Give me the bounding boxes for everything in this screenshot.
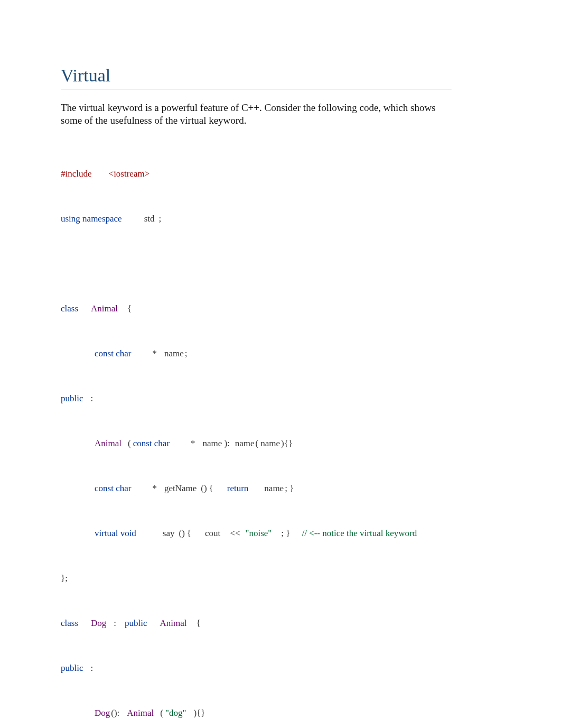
tok-constchar: const char bbox=[95, 348, 131, 358]
tok-star: * bbox=[152, 348, 157, 358]
tok-str: "dog" bbox=[165, 708, 186, 718]
tok-rparen: ): bbox=[224, 438, 229, 448]
tok-rparen: ){} bbox=[193, 708, 205, 718]
tok-base: Animal bbox=[127, 708, 154, 718]
tok-animal: Animal bbox=[91, 303, 118, 314]
tok-using: using namespace bbox=[61, 214, 122, 224]
tok-comment: // <-- notice the virtual keyword bbox=[302, 528, 417, 538]
tok-colon: : bbox=[91, 663, 94, 673]
tok-public: public bbox=[125, 618, 147, 628]
code-block: #include<iostream> using namespacestd; c… bbox=[61, 141, 500, 729]
intro-paragraph: The virtual keyword is a powerful featur… bbox=[61, 102, 441, 127]
tok-initl: ( bbox=[256, 438, 259, 448]
code-line-public: public: bbox=[61, 657, 500, 680]
tok-semi: ; bbox=[185, 348, 188, 358]
tok-base: Animal bbox=[160, 618, 187, 628]
tok-str: "noise" bbox=[246, 528, 272, 538]
code-line-blank bbox=[61, 253, 500, 275]
page-title: Virtual bbox=[61, 66, 500, 86]
tok-class: class bbox=[61, 618, 78, 628]
tok-constchar: const char bbox=[95, 483, 131, 493]
tok-lparen: ( bbox=[160, 708, 163, 718]
tok-star: * bbox=[191, 438, 195, 448]
tok-fn: say bbox=[163, 528, 175, 538]
tok-paren: () bbox=[201, 483, 207, 493]
tok-virtualvoid: virtual void bbox=[95, 528, 136, 538]
code-line-class-dog: classDog:publicAnimal{ bbox=[61, 612, 500, 635]
tok-dog: Dog bbox=[91, 618, 106, 628]
tok-cout: cout bbox=[205, 528, 220, 538]
tok-lbrace: { bbox=[127, 303, 132, 314]
tok-colon: : bbox=[114, 618, 116, 628]
tok-initr: ){} bbox=[281, 438, 293, 448]
code-line-field: const char*name; bbox=[61, 343, 500, 365]
tok-paren: (): bbox=[111, 708, 119, 718]
document-page: Virtual The virtual keyword is a powerfu… bbox=[0, 0, 561, 728]
intro-keyword: virtual bbox=[79, 102, 105, 113]
code-line-getter: const char*getName(){returnname; } bbox=[61, 477, 500, 500]
tok-name: name bbox=[164, 348, 184, 358]
tok-paren: () bbox=[179, 528, 185, 538]
tok-semi: ; bbox=[159, 214, 162, 224]
tok-std: std bbox=[144, 214, 155, 224]
code-line-class-animal: classAnimal{ bbox=[61, 298, 500, 320]
tok-lbrace: { bbox=[197, 618, 201, 628]
code-line-ctor: Animal(const char*name):name(name){} bbox=[61, 432, 500, 455]
tok-star: * bbox=[152, 483, 157, 493]
tok-header: <iostream> bbox=[109, 169, 150, 179]
tok-ctor: Dog bbox=[95, 708, 110, 718]
code-line-include: #include<iostream> bbox=[61, 163, 500, 186]
code-line-say: virtual voidsay(){cout<<"noise"; }// <--… bbox=[61, 522, 500, 545]
heading-rule bbox=[61, 89, 452, 90]
tok-lparen: ( bbox=[128, 438, 131, 448]
tok-public: public bbox=[61, 663, 83, 673]
tok-constchar: const char bbox=[133, 438, 170, 448]
tok-initarg: name bbox=[260, 438, 280, 448]
tok-close: }; bbox=[61, 573, 68, 583]
tok-public: public bbox=[61, 393, 83, 403]
tok-lbrace: { bbox=[187, 528, 191, 538]
intro-text-2: keyword is a powerful feature of C++. Co… bbox=[61, 102, 436, 126]
tok-include: #include bbox=[61, 169, 92, 179]
code-line-public: public: bbox=[61, 388, 500, 410]
tok-return: return bbox=[227, 483, 249, 493]
tok-class: class bbox=[61, 303, 78, 314]
tok-end: ; } bbox=[281, 528, 290, 538]
tok-colon: : bbox=[91, 393, 94, 403]
tok-fn: getName bbox=[164, 483, 197, 493]
code-line-using: using namespacestd; bbox=[61, 208, 500, 231]
tok-init: name bbox=[235, 438, 255, 448]
tok-end: ; } bbox=[285, 483, 294, 493]
tok-retval: name bbox=[264, 483, 284, 493]
tok-shift: << bbox=[230, 528, 240, 538]
code-line-close: }; bbox=[61, 567, 500, 590]
intro-text-1: The bbox=[61, 102, 79, 113]
tok-param: name bbox=[203, 438, 222, 448]
tok-lbrace: { bbox=[209, 483, 213, 493]
code-line-ctor: Dog():Animal("dog"){} bbox=[61, 702, 500, 725]
tok-ctor: Animal bbox=[95, 438, 121, 448]
